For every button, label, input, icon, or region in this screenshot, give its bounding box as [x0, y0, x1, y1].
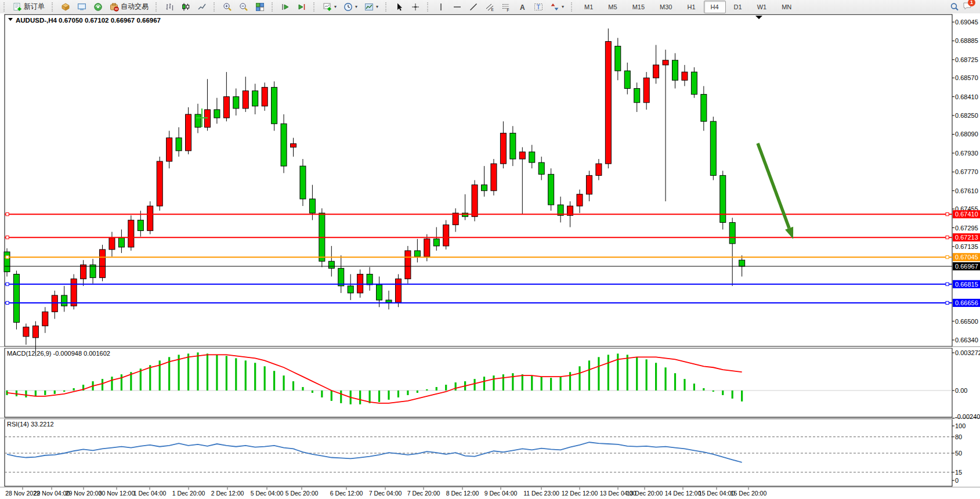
chart-shift-icon: [297, 2, 306, 12]
candle: [710, 117, 716, 180]
terminal-button[interactable]: [74, 1, 89, 13]
toolbar-group-separator: [156, 2, 159, 12]
auto-scroll-button[interactable]: [278, 1, 293, 13]
timeframe-w1-button[interactable]: W1: [750, 1, 774, 13]
chart-title: AUDUSD-,H4 0.67050 0.67102 0.66967 0.669…: [16, 17, 161, 24]
hline-price-label: 0.67213: [955, 234, 978, 241]
time-axis-label: 7 Dec 20:00: [407, 490, 440, 497]
candlestick-chart-button[interactable]: [178, 1, 193, 13]
cursor-button[interactable]: [392, 1, 407, 13]
chart-shift-button[interactable]: [294, 1, 309, 13]
zoom-out-icon: [239, 2, 248, 12]
rsi-axis-label: 80: [955, 433, 962, 440]
bar-chart-icon: [165, 2, 174, 12]
timeframe-m15-button[interactable]: M15: [625, 1, 652, 13]
zoom-out-button[interactable]: [236, 1, 251, 13]
arrows-button[interactable]: ▾: [547, 1, 567, 13]
signal-button[interactable]: [91, 1, 106, 13]
new-chart-button[interactable]: ▾: [320, 1, 339, 13]
notifications-button[interactable]: 1: [963, 1, 972, 12]
cube-button[interactable]: [58, 1, 73, 13]
search-button[interactable]: [947, 1, 962, 13]
candle: [491, 159, 497, 196]
hline-price-label: 0.67045: [955, 254, 978, 261]
notification-badge: 1: [968, 0, 975, 6]
auto-trading-label: 自动交易: [121, 2, 149, 12]
crosshair-button[interactable]: [408, 1, 423, 13]
time-axis-label: 15 Dec 20:00: [731, 490, 767, 497]
toolbar-group-separator: [385, 2, 389, 12]
toolbar-group-separator: [571, 2, 574, 12]
toolbar-group-separator: [427, 2, 431, 12]
candle: [720, 171, 726, 229]
chart-area[interactable]: 0.690450.688850.687250.685700.684100.682…: [0, 13, 980, 499]
timeframe-h4-button[interactable]: H4: [704, 1, 726, 13]
candle: [300, 159, 306, 206]
time-axis-label: 8 Dec 12:00: [446, 490, 479, 497]
auto-scroll-icon: [281, 2, 290, 12]
text-icon: A: [518, 2, 527, 12]
equidistant-channel-icon: E: [485, 2, 494, 12]
time-axis-label: 1 Dec 20:00: [172, 490, 205, 497]
price-tick-label: 0.67610: [955, 187, 978, 194]
candle: [71, 274, 77, 310]
vertical-line-button[interactable]: [433, 1, 449, 13]
hline-price-label: 0.67410: [955, 211, 978, 218]
rsi-axis-label: 100: [955, 422, 965, 429]
bar-chart-button[interactable]: [162, 1, 177, 13]
arrows-icon: [550, 2, 559, 12]
horizontal-line-button[interactable]: [450, 1, 465, 13]
fibonacci-button[interactable]: F: [498, 1, 513, 13]
terminal-icon: [77, 2, 86, 12]
line-chart-button[interactable]: [194, 1, 209, 13]
hline-price-label: 0.66967: [955, 263, 978, 270]
timeframe-d1-button[interactable]: D1: [727, 1, 749, 13]
price-tick-label: 0.67770: [955, 168, 978, 175]
new-order-label: 新订单: [24, 2, 45, 12]
trendline-button[interactable]: [466, 1, 481, 13]
candle: [405, 246, 411, 284]
time-axis-label: 13 Dec 20:00: [627, 490, 663, 497]
rsi-axis-label: 0: [955, 477, 959, 484]
new-order-button[interactable]: 新订单: [10, 0, 48, 13]
price-tick-label: 0.66340: [955, 337, 978, 343]
timeframe-m5-button[interactable]: M5: [601, 1, 624, 13]
price-tick-label: 0.68570: [955, 74, 978, 81]
signal-icon: [93, 2, 103, 12]
periods-button[interactable]: ▾: [341, 1, 360, 13]
toolbar-group-separator: [313, 2, 317, 12]
templates-button[interactable]: ▾: [361, 1, 381, 13]
auto-trading-icon: [110, 2, 119, 12]
candle: [186, 107, 191, 154]
time-axis-label: 9 Dec 04:00: [484, 490, 518, 497]
equidistant-channel-button[interactable]: E: [482, 1, 497, 13]
price-tick-label: 0.68885: [955, 37, 978, 44]
svg-text:F: F: [507, 8, 509, 12]
time-axis-label: 29 Nov 04:00: [34, 490, 70, 497]
tile-windows-button[interactable]: [252, 1, 267, 13]
timeframe-mn-button[interactable]: MN: [775, 1, 798, 13]
chart-canvas[interactable]: 0.690450.688850.687250.685700.684100.682…: [0, 13, 980, 499]
price-tick-label: 0.68410: [955, 93, 978, 100]
fibonacci-icon: F: [501, 2, 511, 12]
text-label-icon: T: [534, 2, 543, 12]
candle: [472, 180, 478, 221]
auto-trading-button[interactable]: 自动交易: [107, 0, 151, 13]
candle: [395, 274, 401, 308]
price-tick-label: 0.66500: [955, 318, 978, 325]
candle: [272, 81, 277, 131]
candle: [157, 157, 162, 211]
cursor-icon: [395, 2, 404, 12]
timeframe-h1-button[interactable]: H1: [680, 1, 702, 13]
zoom-in-button[interactable]: [220, 1, 235, 13]
text-button[interactable]: A: [515, 1, 530, 13]
time-axis-label: 12 Dec 12:00: [562, 490, 598, 497]
timeframe-m1-button[interactable]: M1: [577, 1, 600, 13]
timeframe-m30-button[interactable]: M30: [653, 1, 679, 13]
macd-axis-label: 0.00: [955, 387, 967, 394]
time-axis-label: 30 Nov 12:00: [99, 490, 135, 497]
time-axis-label: 14 Dec 12:00: [665, 490, 701, 497]
text-label-button[interactable]: T: [531, 1, 546, 13]
price-tick-label: 0.67135: [955, 243, 978, 250]
zoom-in-icon: [223, 2, 232, 12]
